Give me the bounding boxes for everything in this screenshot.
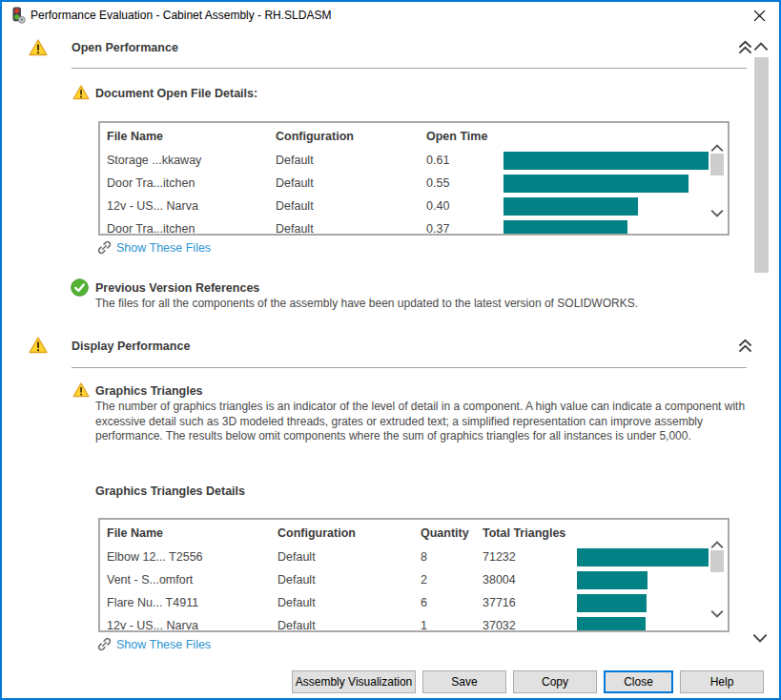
table-row[interactable]: Door Tra...itchenDefault0.55 [103, 172, 709, 195]
table-cell: Storage ...kkaway [103, 154, 272, 167]
table-scrollbar[interactable] [709, 124, 727, 233]
bar-cell [577, 546, 709, 568]
graphics-triangles-description: The number of graphics triangles is an i… [95, 400, 761, 444]
performance-evaluation-dialog: Performance Evaluation - Cabinet Assembl… [0, 0, 781, 700]
table-cell: Default [274, 619, 417, 630]
value-bar [577, 594, 647, 612]
column-header[interactable]: Open Time [422, 130, 504, 143]
scroll-down-button[interactable] [710, 204, 724, 221]
section-divider [72, 367, 747, 368]
table-row[interactable]: 12v - US... NarvaDefault137032 [103, 614, 709, 630]
value-bar [504, 175, 689, 193]
assembly-visualization-button[interactable]: Assembly Visualization [292, 670, 416, 693]
traffic-light-icon [9, 7, 26, 24]
collapse-display-performance-button[interactable] [737, 338, 753, 358]
success-icon [71, 278, 89, 300]
table-cell: Door Tra...itchen [103, 222, 272, 234]
warning-icon [29, 39, 46, 55]
value-bar [504, 152, 709, 170]
chevron-up-icon [710, 144, 724, 153]
table-row[interactable]: Flare Nu... T4911Default637716 [103, 591, 709, 614]
table-cell: 37716 [479, 596, 577, 609]
table-cell: 0.40 [422, 199, 504, 213]
table-cell: Default [272, 176, 422, 190]
chevron-down-icon [752, 633, 768, 643]
table-cell: 1 [417, 619, 479, 630]
column-header[interactable]: Configuration [272, 130, 422, 143]
value-bar [504, 197, 638, 216]
show-these-files-link[interactable]: Show These Files [116, 638, 211, 651]
table-header-row: File NameConfigurationQuantityTotal Tria… [103, 520, 709, 546]
table-cell: 0.61 [422, 154, 504, 167]
main-scroll-down-button[interactable] [752, 629, 768, 647]
section-divider [72, 68, 747, 69]
table-cell: Default [272, 154, 422, 167]
graphics-triangles-details-heading: Graphics Triangles Details [95, 484, 245, 498]
table-cell: 0.55 [422, 176, 504, 190]
table-cell: 37032 [479, 619, 577, 630]
window-title: Performance Evaluation - Cabinet Assembl… [31, 2, 331, 29]
document-open-details-heading: Document Open File Details: [95, 87, 257, 100]
display-performance-heading: Display Performance [72, 340, 190, 353]
save-button[interactable]: Save [422, 670, 506, 693]
table-row[interactable]: Elbow 12... T2556Default871232 [103, 546, 709, 568]
link-icon [96, 239, 113, 259]
table-cell: 8 [417, 550, 479, 564]
copy-button[interactable]: Copy [513, 670, 597, 693]
column-header[interactable]: Quantity [417, 526, 479, 540]
bar-cell [504, 195, 709, 217]
table-cell: Vent - S...omfort [103, 573, 274, 587]
previous-version-references-heading: Previous Version References [95, 281, 259, 295]
value-bar [577, 571, 647, 589]
warning-icon [72, 382, 90, 401]
table-row[interactable]: Vent - S...omfortDefault238004 [103, 568, 709, 591]
table-row[interactable]: 12v - US... NarvaDefault0.40 [103, 195, 709, 217]
show-these-files-link[interactable]: Show These Files [116, 241, 211, 255]
chevron-down-icon [710, 209, 724, 217]
table-cell: Default [274, 596, 417, 609]
value-bar [577, 617, 646, 631]
table-cell: Default [274, 550, 417, 564]
graphics-triangles-table: File NameConfigurationQuantityTotal Tria… [98, 518, 730, 632]
title-bar: Performance Evaluation - Cabinet Assembl… [2, 2, 779, 29]
table-cell: Flare Nu... T4911 [103, 596, 274, 609]
close-button[interactable]: Close [604, 670, 673, 693]
scroll-down-button[interactable] [710, 605, 724, 622]
main-scroll-up-button[interactable] [753, 38, 769, 55]
main-scroll-thumb[interactable] [754, 57, 769, 273]
chevron-up-icon [753, 42, 769, 51]
document-open-table: File NameConfigurationOpen TimeStorage .… [98, 121, 730, 236]
collapse-open-performance-button[interactable] [737, 39, 753, 59]
bar-cell [504, 149, 709, 172]
table-cell: 12v - US... Narva [103, 619, 274, 630]
warning-icon [29, 337, 46, 353]
table-scrollbar[interactable] [709, 521, 727, 629]
double-chevron-up-icon [737, 338, 753, 354]
double-chevron-up-icon [737, 39, 753, 55]
chevron-down-icon [710, 609, 724, 618]
table-cell: Default [272, 199, 422, 213]
table-cell: Door Tra...itchen [103, 176, 272, 190]
chevron-up-icon [710, 541, 724, 549]
column-header[interactable]: File Name [103, 130, 272, 143]
scroll-thumb[interactable] [710, 550, 724, 572]
table-row[interactable]: Storage ...kkawayDefault0.61 [103, 149, 709, 172]
close-button[interactable] [741, 2, 777, 29]
warning-icon [72, 85, 90, 104]
bar-cell [577, 591, 709, 614]
previous-version-references-description: The files for all the components of the … [95, 297, 638, 312]
help-button[interactable]: Help [680, 670, 764, 693]
table-cell: 71232 [479, 550, 577, 564]
table-row[interactable]: Door Tra...itchenDefault0.37 [103, 217, 709, 234]
table-header-row: File NameConfigurationOpen Time [103, 123, 709, 149]
close-icon [753, 10, 766, 22]
graphics-triangles-heading: Graphics Triangles [95, 384, 203, 398]
column-header[interactable]: File Name [103, 526, 274, 540]
scroll-thumb[interactable] [710, 154, 724, 175]
open-performance-heading: Open Performance [72, 41, 178, 54]
link-icon [96, 636, 113, 656]
bar-cell [577, 614, 709, 630]
bar-cell [504, 217, 709, 234]
column-header[interactable]: Total Triangles [479, 526, 577, 540]
column-header[interactable]: Configuration [274, 526, 417, 540]
